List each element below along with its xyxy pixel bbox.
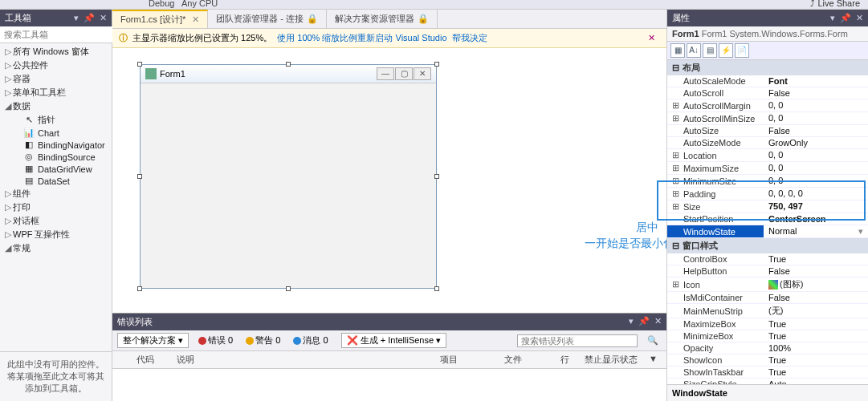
property-row[interactable]: ⊞Padding0, 0, 0, 0 — [667, 188, 868, 200]
property-category[interactable]: ⊟ 窗口样式 — [667, 238, 868, 253]
toolbox-search-input[interactable] — [0, 26, 119, 43]
property-row[interactable]: ⊞AutoScrollMinSize0, 0 — [667, 112, 868, 125]
annotation-center: 居中 — [636, 221, 658, 235]
property-category[interactable]: ⊟ 布局 — [667, 60, 868, 75]
properties-title: 属性 — [672, 12, 690, 24]
col-file[interactable]: 文件 — [501, 354, 557, 366]
property-row[interactable]: ⊞Size750, 497 — [667, 200, 868, 213]
document-tabs: Form1.cs [设计]*✕团队资源管理器 - 连接🔒解决方案资源管理器🔒 — [112, 10, 666, 29]
config-label: Debug Any CPU — [149, 0, 218, 8]
toolbox-category[interactable]: ▷所有 Windows 窗体 — [0, 45, 112, 59]
property-row[interactable]: StartPositionCenterScreen — [667, 213, 868, 225]
col-code[interactable]: 代码 — [133, 354, 173, 366]
filter-icon[interactable]: ▼ — [646, 354, 662, 366]
property-row[interactable]: ShowInTaskbarTrue — [667, 367, 868, 379]
search-icon[interactable]: 🔍 — [644, 335, 662, 346]
toolbox-panel: 工具箱 ▾📌✕ 🔍 × ▷所有 Windows 窗体▷公共控件▷容器▷菜单和工具… — [0, 10, 112, 401]
property-row[interactable]: ⊞AutoScrollMargin0, 0 — [667, 99, 868, 112]
col-line[interactable]: 行 — [557, 354, 581, 366]
col-project[interactable]: 项目 — [437, 354, 501, 366]
toolbox-item[interactable]: ◧BindingNavigator — [0, 139, 112, 151]
properties-grid: ⊟ 布局AutoScaleModeFontAutoScrollFalse⊞Aut… — [667, 60, 868, 384]
property-row[interactable]: Opacity100% — [667, 342, 868, 354]
toolbox-item[interactable]: ◎BindingSource — [0, 151, 112, 163]
document-tab[interactable]: 团队资源管理器 - 连接🔒 — [208, 10, 327, 28]
property-row[interactable]: ⊞Location0, 0 — [667, 149, 868, 162]
error-list-panel: 错误列表 ▾📌✕ 整个解决方案 ▾ 错误 0 警告 0 消息 0 ❌ 生成 + … — [112, 313, 666, 401]
property-row[interactable]: AutoScaleModeFont — [667, 75, 868, 87]
build-dropdown[interactable]: ❌ 生成 + IntelliSense ▾ — [341, 333, 447, 348]
close-icon[interactable]: ✕ — [100, 13, 107, 23]
properties-description: WindowState — [667, 384, 868, 401]
events-icon[interactable]: ⚡ — [719, 43, 733, 58]
toolbox-category[interactable]: ▷组件 — [0, 187, 112, 200]
property-row[interactable]: WindowStateNormal ▾ — [667, 225, 868, 238]
property-row[interactable]: ⊞Icon(图标) — [667, 277, 868, 292]
categorize-icon[interactable]: ▦ — [670, 43, 685, 58]
close-icon[interactable]: ✕ — [654, 316, 662, 328]
property-row[interactable]: IsMdiContainerFalse — [667, 292, 868, 304]
toolbox-category[interactable]: ◢数据 — [0, 99, 112, 113]
pin-icon[interactable]: 📌 — [638, 316, 650, 328]
errors-filter[interactable]: 错误 0 — [195, 334, 236, 347]
toolbox-category[interactable]: ▷公共控件 — [0, 59, 112, 72]
dropdown-icon[interactable]: ▾ — [629, 316, 634, 328]
col-suppress[interactable]: 禁止显示状态 — [581, 354, 646, 366]
live-share[interactable]: ⤴ Live Share — [810, 0, 860, 8]
alpha-icon[interactable]: A↓ — [687, 43, 701, 58]
toolbox-search: 🔍 × — [0, 26, 112, 43]
scope-dropdown[interactable]: 整个解决方案 ▾ — [117, 333, 189, 348]
property-row[interactable]: MinimizeBoxTrue — [667, 330, 868, 342]
design-form[interactable]: Form1 — ▢ ✕ — [140, 64, 437, 289]
pages-icon[interactable]: 📄 — [735, 43, 749, 58]
pin-icon[interactable]: 📌 — [84, 13, 95, 23]
property-row[interactable]: AutoSizeModeGrowOnly — [667, 137, 868, 149]
toolbox-item[interactable]: 📊Chart — [0, 127, 112, 139]
document-tab[interactable]: Form1.cs [设计]*✕ — [112, 10, 208, 28]
property-row[interactable]: MainMenuStrip(无) — [667, 304, 868, 318]
properties-panel: 属性 ▾📌✕ Form1 Form1 System.Windows.Forms.… — [667, 10, 868, 401]
property-row[interactable]: HelpButtonFalse — [667, 265, 868, 277]
close-icon[interactable]: ✕ — [856, 13, 863, 23]
pin-icon[interactable]: ▾ — [74, 13, 79, 23]
lock-icon: 🔒 — [418, 14, 429, 24]
toolbox-tree: ▷所有 Windows 窗体▷公共控件▷容器▷菜单和工具栏◢数据↖指针📊Char… — [0, 43, 112, 346]
warnings-filter[interactable]: 警告 0 — [242, 334, 283, 347]
toolbox-category[interactable]: ▷WPF 互操作性 — [0, 228, 112, 241]
col-desc[interactable]: 说明 — [173, 354, 437, 366]
document-tab[interactable]: 解决方案资源管理器🔒 — [327, 10, 438, 28]
property-row[interactable]: SizeGripStyleAuto — [667, 379, 868, 384]
toolbox-item[interactable]: ↖指针 — [0, 113, 112, 127]
dropdown-icon[interactable]: ▾ — [830, 13, 835, 23]
error-list-title: 错误列表 — [117, 316, 153, 328]
property-row[interactable]: AutoSizeFalse — [667, 125, 868, 137]
toolbox-category[interactable]: ▷容器 — [0, 72, 112, 86]
toolbox-item[interactable]: ▤DataSet — [0, 175, 112, 187]
minimize-icon: — — [377, 67, 394, 80]
property-row[interactable]: ControlBoxTrue — [667, 253, 868, 265]
toolbox-header: 工具箱 ▾📌✕ — [0, 10, 112, 26]
toolbox-category[interactable]: ▷菜单和工具栏 — [0, 86, 112, 99]
toolbox-category[interactable]: ▷打印 — [0, 200, 112, 214]
props-icon[interactable]: ▤ — [703, 43, 717, 58]
toolbox-item[interactable]: ▦DataGridView — [0, 163, 112, 175]
property-row[interactable]: ⊞MinimumSize0, 0 — [667, 175, 868, 188]
form-title: Form1 — [160, 69, 185, 79]
property-row[interactable]: ⊞MaximumSize0, 0 — [667, 162, 868, 175]
toolbar-top: Debug Any CPU ⤴ Live Share — [0, 0, 868, 10]
info-icon: ⓘ — [119, 32, 128, 44]
errorlist-search-input[interactable] — [517, 334, 638, 347]
info-restart-link[interactable]: 使用 100% 缩放比例重新启动 Visual Studio — [277, 32, 446, 44]
property-row[interactable]: ShowIconTrue — [667, 354, 868, 367]
toolbox-category[interactable]: ◢常规 — [0, 241, 112, 255]
pin-icon[interactable]: 📌 — [840, 13, 851, 23]
form-designer[interactable]: Form1 — ▢ ✕ 居中 一开始是否最小化 — [112, 48, 666, 313]
info-close-button[interactable]: ✕ — [643, 33, 660, 43]
messages-filter[interactable]: 消息 0 — [290, 334, 331, 347]
properties-object-selector[interactable]: Form1 Form1 System.Windows.Forms.Form — [667, 26, 868, 42]
property-row[interactable]: MaximizeBoxTrue — [667, 318, 868, 330]
toolbox-category[interactable]: ▷对话框 — [0, 214, 112, 228]
tab-close-icon[interactable]: ✕ — [192, 14, 199, 25]
info-help-link[interactable]: 帮我决定 — [452, 32, 487, 44]
property-row[interactable]: AutoScrollFalse — [667, 87, 868, 99]
